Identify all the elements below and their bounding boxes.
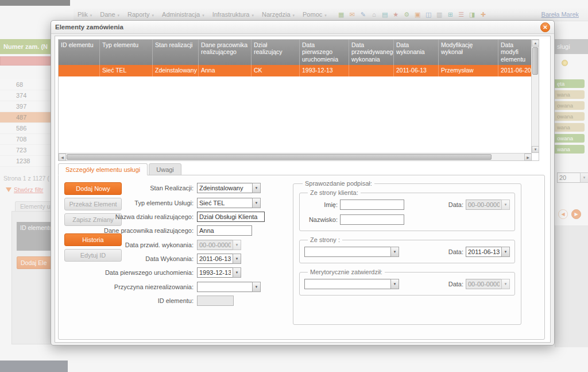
col-data-modyfikacji[interactable]: Data modyfi elementu	[498, 40, 532, 65]
client-data-value	[466, 200, 501, 210]
chevron-down-icon	[501, 200, 510, 210]
cell-data-wykonania: 2011-06-13	[394, 65, 439, 76]
merit-approved-legend: Merytorycznie zatwierdził:	[308, 269, 385, 275]
col-dane-pracownika[interactable]: Dane pracownika realizującego	[199, 40, 252, 65]
chevron-down-icon[interactable]	[233, 267, 241, 278]
chevron-down-icon	[501, 279, 510, 289]
merit-approved-fieldset: Merytorycznie zatwierdził: Data:	[299, 269, 515, 296]
data-przewid-label: Data przwid. wykonania:	[76, 241, 197, 248]
table-empty-area	[59, 76, 539, 151]
close-icon[interactable]	[540, 22, 550, 32]
imie-input[interactable]	[340, 200, 404, 210]
id-elementu-input	[197, 296, 234, 306]
report-signed-fieldset: Sprawozdanie podpisał: Ze strony klienta…	[293, 180, 521, 325]
id-elementu-label: ID elementu:	[76, 297, 197, 304]
nazwa-dzialu-label: Nazwa działu realizującego:	[76, 213, 197, 220]
chevron-down-icon[interactable]	[390, 247, 399, 257]
col-stan-realizacji[interactable]: Stan realizacji	[153, 40, 199, 65]
data-przewid-value	[197, 240, 233, 250]
cell-modyfikacje: Przemysław	[439, 65, 498, 76]
col-modyfikacje-wykonal[interactable]: Modyfikację wykonał	[439, 40, 498, 65]
stan-realizacji-select[interactable]	[197, 183, 261, 193]
data-pierwszego-picker[interactable]	[197, 267, 241, 278]
dane-pracownika-input[interactable]	[197, 225, 252, 236]
merit-data-label: Data:	[448, 281, 463, 287]
cell-stan: Zdeinstalowany	[153, 65, 199, 76]
company-side-select[interactable]	[304, 247, 399, 257]
horizontal-scroll-thumb[interactable]	[67, 154, 492, 160]
order-elements-dialog: Elementy zamówienia ID elementu Typ elem…	[51, 20, 555, 346]
data-wykonania-value[interactable]	[197, 254, 233, 264]
chevron-down-icon[interactable]	[501, 247, 510, 257]
col-data-wykonania[interactable]: Data wykonania	[394, 40, 439, 65]
tab-szczegoly[interactable]: Szczegóły elementu usługi	[58, 163, 148, 175]
stan-realizacji-label: Stan Realizacji:	[76, 185, 197, 191]
col-dzial-realizujacy[interactable]: Dział realizujący	[252, 40, 300, 65]
merit-value[interactable]	[304, 279, 390, 289]
client-side-fieldset: Ze strony klienta: Imię: Data:	[299, 189, 515, 231]
cell-id	[59, 65, 100, 76]
data-wykonania-picker[interactable]	[197, 254, 241, 264]
dialog-title: Elementy zamówienia	[55, 24, 123, 30]
cell-typ: Sieć TEL	[100, 65, 153, 76]
scroll-down-icon[interactable]	[532, 146, 539, 153]
dialog-body: ID elementu Typ elementu Stan realizacji…	[55, 36, 551, 343]
nazwa-dzialu-input[interactable]	[197, 212, 265, 222]
stan-realizacji-value[interactable]	[197, 183, 252, 193]
scroll-right-icon[interactable]	[524, 154, 532, 161]
data-wykonania-label: Data Wykonania:	[76, 255, 197, 262]
data-przewid-picker	[197, 240, 241, 250]
company-side-legend: Ze strony :	[308, 236, 342, 243]
data-pierwszego-value[interactable]	[197, 267, 233, 278]
merit-data-picker	[466, 279, 510, 289]
side-data-picker[interactable]	[466, 247, 510, 257]
table-row-selected[interactable]: Sieć TEL Zdeinstalowany Anna CK 1993-12-…	[59, 65, 539, 76]
nazwisko-label: Nazwisko:	[304, 216, 340, 223]
imie-label: Imię:	[304, 201, 340, 208]
chevron-down-icon[interactable]	[390, 279, 399, 289]
cell-data-modyfikacji: 2011-06-20	[498, 65, 532, 76]
col-data-pierwszego[interactable]: Data pierwszego uruchomienia	[300, 40, 349, 65]
chevron-down-icon	[233, 240, 241, 250]
side-data-value[interactable]	[466, 247, 501, 257]
col-data-przewidywanego[interactable]: Data przewidywanego wykonania	[349, 40, 394, 65]
chevron-down-icon[interactable]	[252, 183, 261, 193]
cell-data-pierwszego: 1993-12-13	[300, 65, 349, 76]
client-side-legend: Ze strony klienta:	[308, 189, 361, 196]
tab-uwagi[interactable]: Uwagi	[149, 163, 181, 175]
dane-pracownika-label: Dane pracownika realizującego:	[76, 227, 197, 234]
horizontal-scrollbar[interactable]	[59, 153, 532, 160]
chevron-down-icon[interactable]	[233, 254, 241, 264]
company-side-value[interactable]	[304, 247, 390, 257]
dialog-title-bar: Elementy zamówienia	[51, 21, 554, 34]
report-legend: Sprawozdanie podpisał:	[303, 180, 374, 187]
company-side-fieldset: Ze strony : Data:	[299, 236, 515, 263]
vertical-scrollbar[interactable]	[531, 40, 539, 153]
col-id-elementu[interactable]: ID elementu	[59, 40, 100, 65]
typ-elementu-value[interactable]	[197, 198, 252, 208]
przyczyna-value[interactable]	[197, 282, 252, 292]
nazwisko-input[interactable]	[340, 214, 404, 225]
typ-elementu-select[interactable]	[197, 198, 261, 208]
merit-select[interactable]	[304, 279, 399, 289]
cell-data-przewidywanego	[349, 65, 394, 76]
cell-dzial: CK	[252, 65, 300, 76]
przyczyna-select[interactable]	[197, 282, 261, 292]
detail-tabs: Szczegóły elementu usługi Uwagi	[58, 163, 181, 175]
scroll-left-icon[interactable]	[59, 154, 66, 161]
data-pierwszego-label: Data pierwszego uruchomienia:	[76, 269, 197, 276]
client-data-label: Data:	[448, 201, 463, 208]
chevron-down-icon[interactable]	[252, 198, 261, 208]
detail-panel: Dodaj Nowy Przekaż Element Zapisz Zmiany…	[58, 175, 545, 340]
vertical-scroll-thumb[interactable]	[532, 47, 538, 75]
col-typ-elementu[interactable]: Typ elementu	[100, 40, 153, 65]
client-data-picker	[466, 200, 510, 210]
chevron-down-icon[interactable]	[252, 282, 261, 292]
elements-table: ID elementu Typ elementu Stan realizacji…	[58, 39, 539, 161]
side-data-label: Data:	[448, 248, 463, 255]
typ-elementu-label: Typ elementu Usługi:	[76, 200, 197, 206]
przyczyna-label: Przyczyna niezrealizowania:	[76, 283, 197, 290]
merit-data-value	[466, 279, 501, 289]
scroll-up-icon[interactable]	[532, 40, 539, 47]
table-header-row: ID elementu Typ elementu Stan realizacji…	[59, 40, 539, 65]
